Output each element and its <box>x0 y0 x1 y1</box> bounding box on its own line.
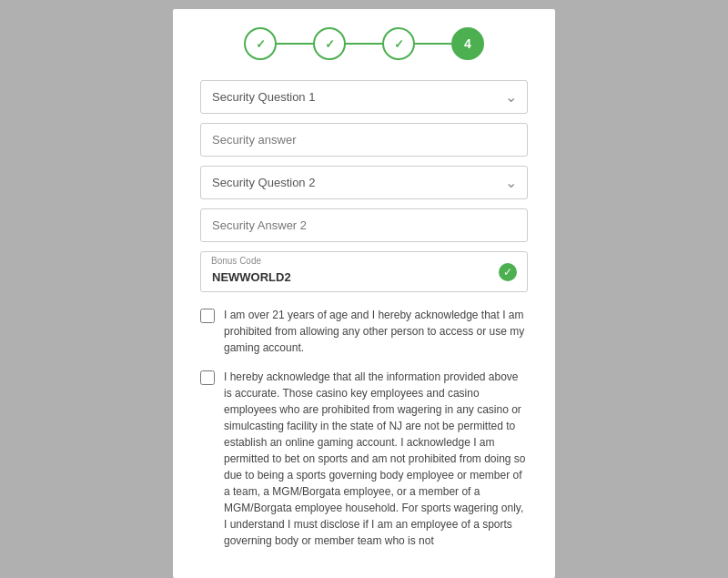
step-line-2 <box>346 43 382 45</box>
checkbox-1-group: I am over 21 years of age and I hereby a… <box>200 307 528 356</box>
step-line-3 <box>415 43 451 45</box>
step-4: 4 <box>451 27 484 60</box>
security-question-2-group: Security Question 2 <box>200 166 528 199</box>
checkbox-2-group: I hereby acknowledge that all the inform… <box>200 369 528 549</box>
page-container: ✓ ✓ ✓ 4 Security Question 1 <box>0 0 728 578</box>
security-answer-2-input[interactable] <box>200 208 528 242</box>
step-3-icon: ✓ <box>394 37 404 51</box>
stepper: ✓ ✓ ✓ 4 <box>200 27 528 60</box>
step-line-1 <box>277 43 313 45</box>
bonus-check-icon: ✓ <box>499 263 517 281</box>
security-question-1-select[interactable]: Security Question 1 <box>200 80 528 114</box>
security-question-1-wrapper[interactable]: Security Question 1 <box>200 80 528 114</box>
step-2: ✓ <box>313 27 346 60</box>
checkbox-1-label: I am over 21 years of age and I hereby a… <box>224 307 528 356</box>
security-question-2-wrapper[interactable]: Security Question 2 <box>200 166 528 199</box>
step-4-label: 4 <box>464 36 471 51</box>
step-1-icon: ✓ <box>256 37 266 51</box>
checkbox-1[interactable] <box>200 309 215 323</box>
checkbox-2-label: I hereby acknowledge that all the inform… <box>224 369 528 549</box>
step-2-icon: ✓ <box>325 37 335 51</box>
security-answer-1-group <box>200 123 528 157</box>
security-answer-2-group <box>200 208 528 242</box>
step-1: ✓ <box>244 27 277 60</box>
security-answer-1-input[interactable] <box>200 123 528 157</box>
form-card: ✓ ✓ ✓ 4 Security Question 1 <box>173 9 555 578</box>
bonus-code-label: Bonus Code <box>211 256 261 266</box>
step-3: ✓ <box>382 27 415 60</box>
security-question-2-select[interactable]: Security Question 2 <box>200 166 528 199</box>
security-question-1-group: Security Question 1 <box>200 80 528 114</box>
bonus-code-group: Bonus Code ✓ <box>200 251 528 292</box>
checkbox-2[interactable] <box>200 370 215 385</box>
